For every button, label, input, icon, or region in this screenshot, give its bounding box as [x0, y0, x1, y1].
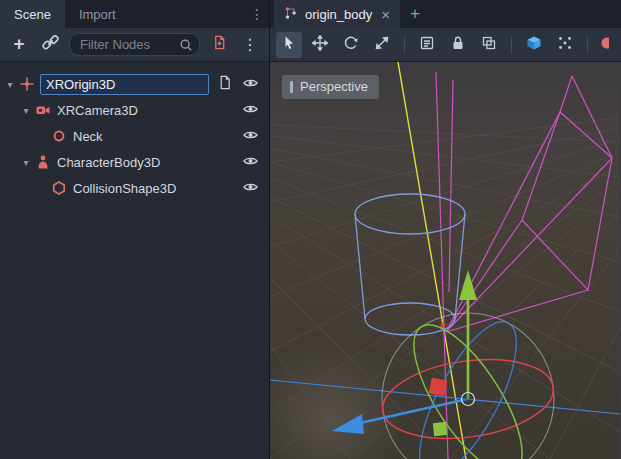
script-icon[interactable] [217, 75, 232, 93]
visibility-eye-icon[interactable] [242, 153, 259, 172]
tab-scene[interactable]: Scene [0, 0, 65, 28]
viewport-canvas[interactable] [270, 62, 620, 459]
visibility-eye-icon[interactable] [242, 179, 259, 198]
group-icon [481, 35, 497, 55]
scene-dock-toolbar: + ⋮ [0, 28, 269, 62]
new-scene-tab-button[interactable]: + [400, 0, 430, 28]
move-tool-button[interactable] [307, 32, 333, 58]
node-name: Neck [73, 129, 103, 144]
rotate-tool-button[interactable] [338, 32, 364, 58]
selection-list-button[interactable] [414, 32, 440, 58]
select-tool-button[interactable] [276, 32, 302, 58]
collapse-arrow-icon[interactable]: ▾ [2, 79, 18, 90]
group-node-button[interactable] [476, 32, 502, 58]
dock-extra-menu-icon[interactable]: ⋮ [238, 33, 262, 57]
scene-tab-origin-body[interactable]: origin_body × [274, 0, 400, 28]
rotate-icon [343, 35, 359, 55]
scale-tool-button[interactable] [369, 32, 395, 58]
preview-environment-button[interactable] [521, 32, 547, 58]
list-icon [419, 35, 435, 55]
sphere-icon [597, 35, 609, 55]
snap-dots-icon [557, 35, 573, 55]
collapse-arrow-icon[interactable]: ▾ [18, 157, 34, 168]
dock-menu-icon[interactable]: ⋮ [245, 0, 269, 28]
scene-tab-icon [284, 6, 298, 23]
node-name: XRCamera3D [57, 103, 138, 118]
toolbar-separator [511, 36, 512, 54]
character-body-icon [34, 154, 52, 170]
visibility-eye-icon[interactable] [242, 101, 259, 120]
script-add-icon [212, 35, 227, 54]
xr-origin-icon [18, 76, 36, 92]
node-name: CharacterBody3D [57, 155, 160, 170]
link-icon [42, 34, 59, 55]
attach-script-button[interactable] [207, 33, 231, 57]
gizmo-center-handle[interactable] [462, 393, 475, 406]
cursor-icon [281, 35, 297, 55]
gizmo-green-plane-handle[interactable] [433, 422, 447, 436]
filter-nodes-field [69, 33, 200, 56]
scene-tabstrip: origin_body × + [270, 0, 621, 28]
tree-row-characterbody3d[interactable]: ▾ CharacterBody3D [0, 149, 269, 175]
xr-camera-icon [34, 102, 52, 118]
tab-import-label: Import [79, 7, 116, 22]
tree-row-xrorigin3d[interactable]: ▾ XROrigin3D [0, 71, 269, 97]
snap-options-button[interactable] [552, 32, 578, 58]
tab-scene-label: Scene [14, 7, 51, 22]
godot-editor-window: Scene Import ⋮ + ⋮ ▾ XROrigin3D [0, 0, 621, 459]
collision-shape-icon [50, 180, 68, 196]
toolbar-separator [404, 36, 405, 54]
dock-tabstrip: Scene Import ⋮ [0, 0, 269, 28]
tree-row-xrcamera3d[interactable]: ▾ XRCamera3D [0, 97, 269, 123]
gizmo-red-plane-handle[interactable] [429, 378, 448, 397]
add-node-button[interactable]: + [7, 33, 31, 57]
scene-tree: ▾ XROrigin3D ▾ XRCamera3D Neck [0, 62, 269, 459]
projection-label: Perspective [300, 79, 368, 94]
scene-tab-label: origin_body [305, 7, 372, 22]
scale-icon [374, 35, 390, 55]
visibility-eye-icon[interactable] [242, 127, 259, 146]
scene-dock: Scene Import ⋮ + ⋮ ▾ XROrigin3D [0, 0, 270, 459]
lock-icon [450, 35, 466, 55]
projection-menu-button[interactable]: Perspective [282, 75, 379, 99]
cube-icon [526, 35, 542, 55]
projection-menu-icon [290, 81, 293, 93]
node-name: XROrigin3D [46, 77, 115, 92]
search-icon [179, 38, 193, 56]
instantiate-scene-button[interactable] [38, 33, 62, 57]
toolbar-separator [587, 36, 588, 54]
main-editor-area: origin_body × + [270, 0, 621, 459]
3d-viewport[interactable]: Perspective [270, 62, 621, 459]
node-name-field[interactable]: XROrigin3D [40, 74, 209, 95]
tree-row-neck[interactable]: Neck [0, 123, 269, 149]
tab-import[interactable]: Import [65, 0, 130, 28]
close-tab-icon[interactable]: × [381, 6, 390, 23]
lock-node-button[interactable] [445, 32, 471, 58]
visibility-eye-icon[interactable] [242, 75, 259, 94]
origin-dot [441, 323, 446, 328]
collapse-arrow-icon[interactable]: ▾ [18, 105, 34, 116]
material-preview-button[interactable] [597, 32, 609, 58]
node3d-icon [50, 128, 68, 144]
move-icon [312, 35, 328, 55]
tree-row-collisionshape3d[interactable]: CollisionShape3D [0, 175, 269, 201]
viewport-toolbar [270, 28, 621, 62]
node-name: CollisionShape3D [73, 181, 176, 196]
